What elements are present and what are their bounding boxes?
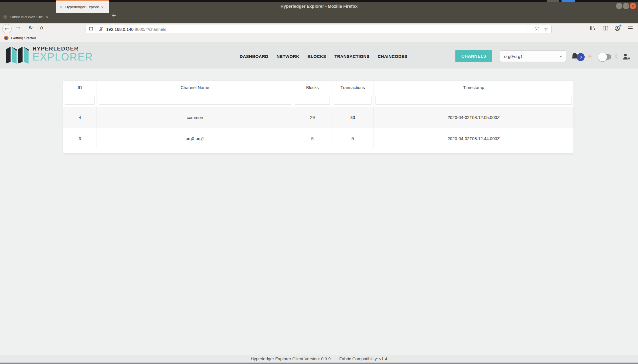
screen-bottom-strip bbox=[0, 363, 638, 364]
table-row[interactable]: 4 common 29 33 2020-04-02T08:12:05.000Z bbox=[63, 107, 574, 128]
filter-input-channel-name[interactable] bbox=[99, 96, 291, 105]
cell-transactions: 5 bbox=[332, 128, 374, 149]
url-host: 192.168.0.140 bbox=[106, 27, 134, 32]
nav-blocks[interactable]: BLOCKS bbox=[308, 54, 326, 59]
column-header-blocks[interactable]: Blocks bbox=[293, 81, 332, 94]
forward-button[interactable]: → bbox=[16, 25, 20, 30]
nav-chaincodes[interactable]: CHAINCODES bbox=[378, 54, 407, 59]
column-header-id[interactable]: ID bbox=[63, 81, 97, 94]
nav-transactions[interactable]: TRANSACTIONS bbox=[334, 54, 370, 59]
tab-label: Hyperledger Explorer bbox=[65, 5, 99, 9]
sidebar-toggle-icon[interactable] bbox=[603, 26, 608, 31]
column-header-timestamp[interactable]: Timestamp bbox=[374, 81, 574, 94]
cell-channel-name: org0-org1 bbox=[97, 128, 293, 149]
back-icon: ← bbox=[5, 26, 9, 31]
filter-input-blocks[interactable] bbox=[295, 96, 330, 105]
filter-input-transactions[interactable] bbox=[334, 96, 372, 105]
insecure-lock-icon[interactable] bbox=[98, 27, 103, 31]
nav-channels-active[interactable]: CHANNELS bbox=[455, 50, 492, 62]
tab-hyperledger-explorer[interactable]: ⚙ Hyperledger Explorer × bbox=[56, 0, 109, 13]
close-icon: × bbox=[632, 4, 634, 8]
table-row[interactable]: 3 org0-org1 5 5 2020-04-02T08:12:44.000Z bbox=[63, 128, 574, 149]
window-title: Hyperledger Explorer - Mozilla Firefox bbox=[280, 4, 358, 9]
pocket-icon[interactable] bbox=[535, 27, 539, 31]
hyperledger-explorer-logo: HYPERLEDGER EXPLORER bbox=[6, 46, 93, 64]
theme-toggle-thumb[interactable] bbox=[598, 52, 607, 61]
sun-icon: ☀ bbox=[587, 54, 593, 60]
logo-text: HYPERLEDGER EXPLORER bbox=[33, 46, 93, 63]
tab-close-icon[interactable]: × bbox=[46, 15, 48, 19]
back-button[interactable]: ← bbox=[2, 24, 12, 33]
app-nav: DASHBOARD NETWORK BLOCKS TRANSACTIONS CH… bbox=[240, 50, 407, 62]
table-filter-row bbox=[63, 94, 574, 107]
bookmarks-bar: Getting Started bbox=[0, 34, 638, 42]
new-tab-button[interactable]: + bbox=[111, 13, 116, 19]
tab-label: Fabric API Web Client bbox=[10, 15, 43, 19]
table-header-row: ID Channel Name Blocks Transactions Time… bbox=[63, 81, 574, 94]
maximize-icon bbox=[625, 5, 627, 7]
bookmark-getting-started[interactable]: Getting Started bbox=[11, 36, 36, 40]
maximize-button[interactable] bbox=[623, 3, 629, 9]
bookmark-star-icon[interactable]: ☆ bbox=[544, 27, 548, 32]
library-icon[interactable] bbox=[589, 26, 595, 31]
cell-blocks: 29 bbox=[293, 107, 332, 128]
cell-channel-name: common bbox=[97, 107, 293, 128]
footer-client-version: Hyperledger Explorer Client Version: 0.3… bbox=[251, 356, 331, 361]
table-bottom-padding bbox=[63, 149, 574, 153]
channels-table: ID Channel Name Blocks Transactions Time… bbox=[63, 81, 574, 153]
firefox-bookmark-icon bbox=[4, 36, 9, 40]
notification-count-badge: 0 bbox=[577, 53, 585, 61]
cell-blocks: 5 bbox=[293, 128, 332, 149]
url-bar[interactable]: 192.168.0.140 :8080/#/channels ⋯ ☆ bbox=[86, 25, 552, 33]
menu-hamburger-icon[interactable] bbox=[628, 27, 633, 30]
cell-id: 3 bbox=[63, 128, 97, 149]
logo-explorer-text: EXPLORER bbox=[33, 51, 93, 63]
account-icon[interactable] bbox=[615, 26, 620, 31]
page-actions-icon[interactable]: ⋯ bbox=[525, 27, 530, 31]
url-path: :8080/#/channels bbox=[134, 27, 166, 32]
tab-favicon bbox=[3, 15, 7, 19]
channel-select-dropdown[interactable]: org0-org1 ▾ bbox=[500, 50, 566, 62]
footer-fabric-compatibility: Fabric Compatibility: v1.4 bbox=[339, 356, 387, 361]
tab-fabric-api-web-client[interactable]: Fabric API Web Client × bbox=[0, 10, 55, 23]
chevron-down-icon: ▾ bbox=[560, 54, 562, 58]
add-user-icon[interactable] bbox=[623, 53, 631, 60]
channel-select-value: org0-org1 bbox=[504, 54, 523, 59]
nav-dashboard[interactable]: DASHBOARD bbox=[240, 54, 268, 59]
minimize-icon: − bbox=[618, 4, 620, 8]
reload-button[interactable]: ↻ bbox=[29, 25, 33, 30]
urlbar-divider bbox=[96, 26, 96, 32]
moon-icon: ☾ bbox=[615, 54, 620, 60]
home-button[interactable]: ⌂ bbox=[40, 25, 43, 30]
column-header-channel-name[interactable]: Channel Name bbox=[97, 81, 293, 94]
tab-close-icon[interactable]: × bbox=[101, 5, 104, 9]
logo-mark-icon bbox=[6, 46, 30, 64]
account-notification-dot bbox=[619, 25, 621, 27]
cell-id: 4 bbox=[63, 107, 97, 128]
column-header-transactions[interactable]: Transactions bbox=[332, 81, 374, 94]
close-window-button[interactable]: × bbox=[630, 3, 636, 9]
nav-network[interactable]: NETWORK bbox=[276, 54, 299, 59]
tracking-protection-shield-icon[interactable] bbox=[89, 27, 93, 32]
cell-transactions: 33 bbox=[332, 107, 374, 128]
tab-favicon-gear-icon: ⚙ bbox=[59, 5, 63, 9]
minimize-button[interactable]: − bbox=[616, 3, 622, 9]
app-footer: Hyperledger Explorer Client Version: 0.3… bbox=[0, 355, 638, 363]
filter-input-id[interactable] bbox=[65, 96, 95, 105]
cell-timestamp: 2020-04-02T08:12:44.000Z bbox=[374, 128, 574, 149]
filter-input-timestamp[interactable] bbox=[375, 96, 572, 105]
cell-timestamp: 2020-04-02T08:12:05.000Z bbox=[374, 107, 574, 128]
